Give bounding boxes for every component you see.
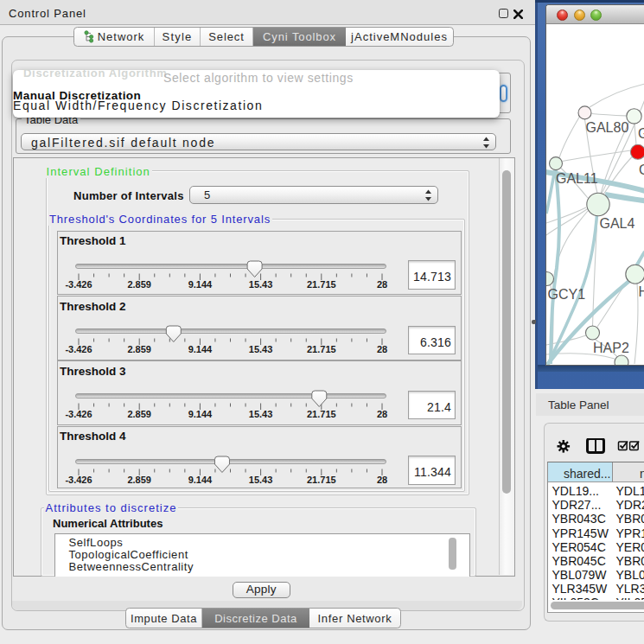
svg-text:2.859: 2.859 [127,409,151,419]
svg-text:21.715: 21.715 [306,344,335,354]
svg-text:28: 28 [376,474,386,484]
svg-text:21.715: 21.715 [306,409,335,419]
svg-text:15.43: 15.43 [248,474,272,484]
svg-text:-3.426: -3.426 [65,474,92,484]
svg-text:21.715: 21.715 [306,474,335,484]
svg-text:-3.426: -3.426 [65,409,92,419]
svg-text:GA: GA [638,126,644,141]
svg-text:-3.426: -3.426 [65,344,92,354]
svg-text:2.859: 2.859 [127,474,151,484]
svg-text:9.144: 9.144 [188,474,212,484]
svg-text:GAL11: GAL11 [556,171,598,186]
svg-text:2.859: 2.859 [127,344,151,354]
svg-text:28: 28 [376,344,386,354]
svg-text:9.144: 9.144 [188,344,212,354]
svg-text:28: 28 [376,278,386,289]
svg-text:2.859: 2.859 [127,278,151,289]
svg-text:9.144: 9.144 [188,278,212,289]
svg-text:GAL80: GAL80 [586,120,629,135]
svg-text:15.43: 15.43 [248,344,272,354]
svg-text:GCY1: GCY1 [548,287,586,302]
svg-text:HAP2: HAP2 [593,341,629,355]
svg-text:GAL4: GAL4 [600,216,635,231]
svg-text:21.715: 21.715 [306,278,335,289]
svg-text:15.43: 15.43 [248,409,272,419]
svg-text:C: C [639,163,644,177]
svg-text:H: H [639,284,644,299]
svg-text:9.144: 9.144 [188,409,212,419]
svg-text:28: 28 [376,409,386,419]
svg-text:-3.426: -3.426 [65,278,92,289]
svg-text:15.43: 15.43 [248,278,272,289]
